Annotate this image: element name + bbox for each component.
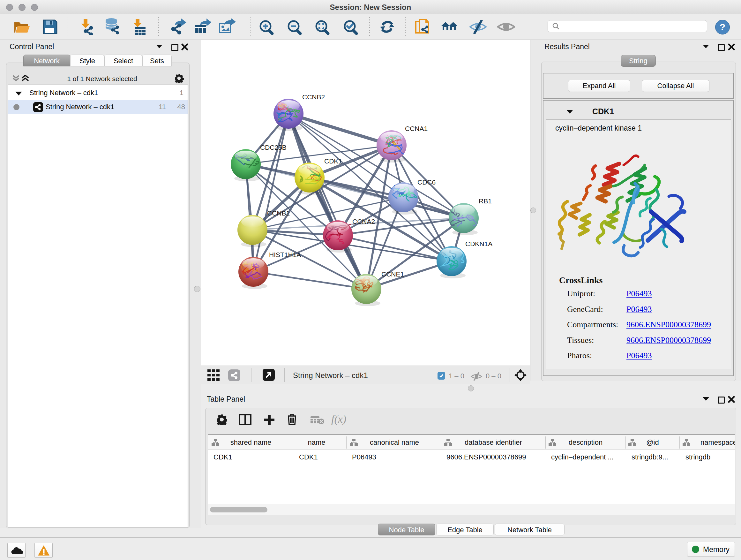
svg-text:RB1: RB1: [479, 197, 492, 205]
svg-text:CCNA2: CCNA2: [352, 218, 375, 225]
svg-text:CCNA1: CCNA1: [405, 125, 428, 132]
svg-text:CCNB1: CCNB1: [267, 209, 290, 217]
svg-text:CDC25B: CDC25B: [260, 144, 286, 151]
svg-text:CDC6: CDC6: [417, 179, 435, 186]
svg-text:CCNE1: CCNE1: [381, 270, 404, 278]
svg-text:CDKN1A: CDKN1A: [465, 240, 492, 247]
svg-text:HIST1H1A: HIST1H1A: [269, 251, 301, 258]
svg-text:CCNB2: CCNB2: [302, 93, 325, 101]
svg-text:CDK1: CDK1: [324, 158, 342, 165]
